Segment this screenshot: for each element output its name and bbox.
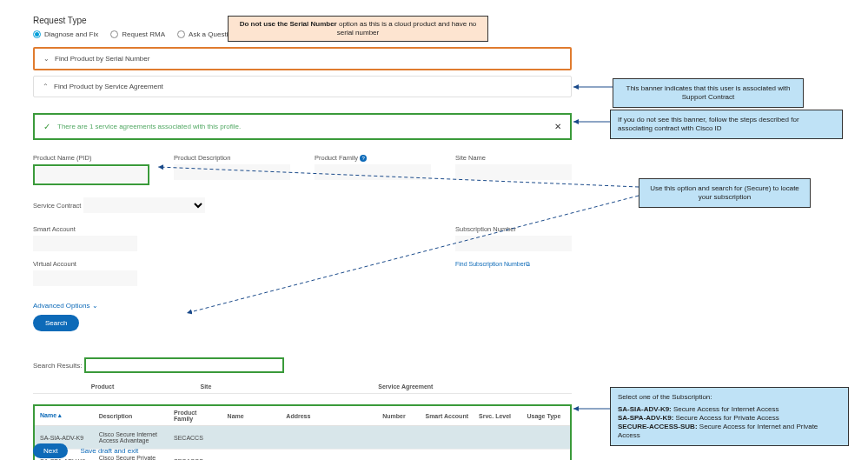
radio-dot-icon [177,30,185,38]
smart-label: Smart Account [33,225,149,233]
chevron-up-icon: ⌃ [43,83,49,90]
radio-rma[interactable]: Request RMA [110,30,165,38]
smart-input[interactable] [33,236,137,251]
virtual-input[interactable] [33,270,137,286]
site-input[interactable] [455,164,572,180]
desc-input[interactable] [174,164,290,180]
search-button[interactable]: Search [33,315,79,331]
family-label: Product Family ? [315,154,431,162]
callout-pid-hint: Use this option and search for (Secure) … [639,178,811,208]
col-level[interactable]: Srvc. Level [474,406,521,426]
help-icon[interactable]: ? [360,155,367,162]
accordion-serial[interactable]: ⌄ Find Product by Serial Number [33,47,572,70]
callout-banner-missing: If you do not see this banner, follow th… [610,110,843,139]
external-link-icon: ⧉ [526,261,530,267]
col-sitename[interactable]: Name [222,406,282,426]
accordion-label: Find Product by Service Agreement [54,83,163,90]
col-name[interactable]: Name ▴ [40,412,62,418]
radio-dot-icon [110,30,118,38]
service-agreement-banner: ✓ There are 1 service agreements associa… [36,117,568,137]
col-number[interactable]: Number [377,406,420,426]
virtual-label: Virtual Account [33,260,149,268]
contract-select[interactable] [83,197,205,213]
col-family[interactable]: Product Family [169,406,222,426]
check-icon: ✓ [43,122,50,131]
pid-input[interactable] [36,167,147,183]
next-button[interactable]: Next [33,443,68,458]
radio-diagnose[interactable]: Diagnose and Fix [33,30,98,38]
banner-highlight: ✓ There are 1 service agreements associa… [33,113,572,140]
subnum-label: Subscription Number [455,225,572,233]
find-subscription-link[interactable]: Find Subscription Number⧉ [455,261,530,267]
chevron-down-icon: ⌄ [43,55,50,63]
callout-banner-info: This banner indicates that this user is … [613,78,804,108]
callout-subscription-list: Select one of the Subscription: SA-SIA-A… [610,387,849,446]
radio-label: Request RMA [122,30,165,38]
subnum-input[interactable] [455,236,572,251]
chevron-down-icon: ⌄ [92,302,98,310]
col-address[interactable]: Address [281,406,377,426]
group-site: Site [172,380,240,394]
radio-dot-icon [33,30,41,38]
callout-serial-warning: Do not use the Serial Number option as t… [228,16,488,42]
col-desc[interactable]: Description [94,406,169,426]
search-results-label: Search Results: [33,362,82,370]
radio-label: Diagnose and Fix [44,30,98,38]
group-product: Product [33,380,172,394]
save-draft-link[interactable]: Save draft and exit [80,447,138,455]
pid-highlight [33,164,149,185]
accordion-label: Find Product by Serial Number [55,55,149,63]
group-agreement: Service Agreement [240,380,572,394]
desc-label: Product Description [174,154,290,162]
col-smart[interactable]: Smart Account [420,406,474,426]
site-label: Site Name [455,154,572,162]
close-icon[interactable]: ✕ [554,122,561,131]
accordion-service[interactable]: ⌃ Find Product by Service Agreement [33,76,572,97]
contract-label: Service Contract [33,202,81,210]
search-results-highlight [84,357,284,373]
advanced-options-link[interactable]: Advanced Options ⌄ [33,302,98,310]
col-usage[interactable]: Usage Type [522,406,571,426]
family-input[interactable] [315,164,431,180]
sort-icon: ▴ [58,412,62,418]
pid-label: Product Name (PID) [33,154,149,162]
banner-text: There are 1 service agreements associate… [57,123,241,130]
